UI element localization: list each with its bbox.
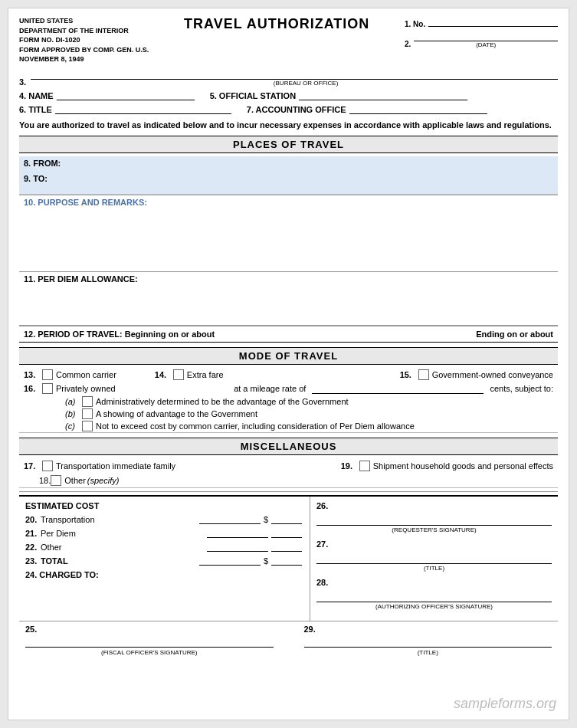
field20-label: 20. (25, 515, 41, 524)
field27-num: 27. (316, 539, 552, 549)
field25-sig-line[interactable] (25, 635, 274, 648)
sub-c-checkbox[interactable] (82, 421, 93, 431)
field16-num: 16. (24, 384, 39, 393)
field23-label: 23. (25, 556, 41, 566)
field27-sub: (TITLE) (316, 565, 552, 572)
field16-text: Privately owned (56, 384, 228, 393)
field20-line[interactable] (199, 513, 261, 524)
field20-dollar: $ (264, 515, 268, 524)
field12-label: 12. PERIOD OF TRAVEL: Beginning on or ab… (24, 330, 289, 339)
field20-amount[interactable] (271, 513, 302, 524)
field10-label: 10. PURPOSE AND REMARKS: (24, 198, 147, 207)
field7-input[interactable] (349, 103, 487, 114)
field15-text: Government-owned conveyance (432, 370, 553, 379)
mode-row-16: 16. Privately owned at a mileage rate of… (19, 382, 558, 395)
field3-input[interactable] (31, 67, 558, 80)
field21-line[interactable] (207, 527, 268, 538)
sub-a-text: Administratively determined to be the ad… (96, 397, 349, 406)
sig-row-25: 25. (FISCAL OFFICER'S SIGNATURE) (25, 625, 289, 656)
field5-label: 5. OFFICIAL STATION (210, 91, 296, 100)
field19-text: Shipment household goods and personal ef… (373, 461, 553, 471)
field12-ending: Ending on or about (289, 330, 554, 339)
field7-group: 7. ACCOUNTING OFFICE (247, 103, 487, 114)
bureau-label: (BUREAU OR OFFICE) (54, 80, 558, 87)
sig-row-26: 26. (REQUESTER'S SIGNATURE) (316, 501, 552, 533)
field17-checkbox[interactable] (42, 461, 53, 471)
sub-a-checkbox[interactable] (82, 396, 93, 407)
bottom-footer: 25. (FISCAL OFFICER'S SIGNATURE) 29. (TI… (19, 621, 558, 659)
field23-text: TOTAL (41, 556, 198, 566)
per-diem-area: 11. PER DIEM ALLOWANCE: (19, 272, 558, 326)
field13-num: 13. (24, 370, 39, 379)
field19-checkbox[interactable] (359, 461, 370, 471)
field23-dollar: $ (264, 556, 268, 566)
field27-sig-line[interactable] (316, 550, 552, 564)
from-row: 8. FROM: (24, 159, 553, 168)
field29-sub: (TITLE) (304, 649, 552, 656)
field3-label: 3. (19, 77, 26, 87)
field21-amount[interactable] (271, 527, 302, 538)
field26-sig-line[interactable] (316, 512, 552, 526)
cost-title: ESTIMATED COST (25, 501, 303, 510)
field1-row: 1. No. (405, 16, 558, 28)
agency-text: UNITED STATES DEPARTMENT OF THE INTERIOR… (19, 17, 149, 63)
auth-text: You are authorized to travel as indicate… (19, 119, 558, 132)
field2-input[interactable] (414, 31, 558, 41)
field11-label: 11. PER DIEM ALLOWANCE: (24, 274, 138, 284)
field4-label: 4. NAME (19, 91, 54, 100)
field23-amount[interactable] (271, 555, 302, 566)
from-to-area: 8. FROM: 9. TO: (19, 156, 558, 195)
field22-line[interactable] (207, 541, 268, 552)
field14-num: 14. (155, 370, 170, 379)
field26-sub: (REQUESTER'S SIGNATURE) (316, 526, 552, 533)
field17-num: 17. (24, 461, 39, 471)
sub-c-letter: (c) (65, 421, 77, 431)
field5-input[interactable] (299, 90, 467, 100)
field1-input[interactable] (428, 16, 558, 27)
field22-label: 22. (25, 543, 41, 552)
field22-amount[interactable] (271, 541, 302, 552)
field15-checkbox[interactable] (418, 369, 429, 380)
sub-c-text: Not to exceed cost by common carrier, in… (96, 421, 415, 431)
to-row: 9. TO: (24, 174, 553, 183)
page: UNITED STATES DEPARTMENT OF THE INTERIOR… (8, 8, 569, 720)
field28-num: 28. (316, 578, 552, 587)
field14-text: Extra fare (187, 370, 400, 379)
field28-sub: (AUTHORIZING OFFICER'S SIGNATURE) (316, 603, 552, 610)
sub-b-checkbox[interactable] (82, 408, 93, 419)
field21-text: Per Diem (41, 529, 205, 538)
field26-num: 26. (316, 501, 552, 510)
field14-checkbox[interactable] (173, 369, 184, 380)
sig-row-29: 29. (TITLE) (289, 625, 552, 656)
field23-line[interactable] (199, 555, 261, 566)
header: UNITED STATES DEPARTMENT OF THE INTERIOR… (19, 16, 558, 64)
sub-b-text: A showing of advantage to the Government (96, 409, 257, 418)
field2-label: 2. (405, 40, 411, 48)
cost-row-22: 22. Other (25, 541, 303, 552)
cost-row-23: 23. TOTAL $ (25, 555, 303, 566)
field29-sig-line[interactable] (304, 635, 552, 648)
field2-row: 2. (DATE) (405, 31, 558, 48)
mode-header: MODE OF TRAVEL (19, 347, 558, 365)
field4-group: 4. NAME (19, 90, 195, 100)
field7-label: 7. ACCOUNTING OFFICE (247, 105, 346, 114)
title-area: TRAVEL AUTHORIZATION (149, 16, 405, 32)
row6-7: 6. TITLE 7. ACCOUNTING OFFICE (19, 103, 558, 114)
misc-row-18: 18. Other (specify) (19, 474, 558, 487)
sig-section: 26. (REQUESTER'S SIGNATURE) 27. (TITLE) … (310, 497, 558, 621)
row4-5: 4. NAME 5. OFFICIAL STATION (19, 90, 558, 100)
field25-sub: (FISCAL OFFICER'S SIGNATURE) (25, 649, 274, 656)
field28-sig-line[interactable] (316, 589, 552, 602)
field13-checkbox[interactable] (42, 369, 53, 380)
field15-num: 15. (400, 370, 415, 379)
field16-middle: at a mileage rate of (234, 384, 306, 393)
sub-row-a: (a) Administratively determined to be th… (19, 395, 558, 408)
field16-checkbox[interactable] (42, 383, 53, 394)
mileage-input[interactable] (312, 383, 484, 394)
sig-row-27: 27. (TITLE) (316, 539, 552, 572)
misc-header: MISCELLANEOUS (19, 438, 558, 455)
field6-input[interactable] (55, 103, 231, 114)
bottom-section: ESTIMATED COST 20. Transportation $ 21. … (19, 495, 558, 621)
field18-checkbox[interactable] (51, 475, 61, 486)
field4-input[interactable] (57, 90, 195, 100)
